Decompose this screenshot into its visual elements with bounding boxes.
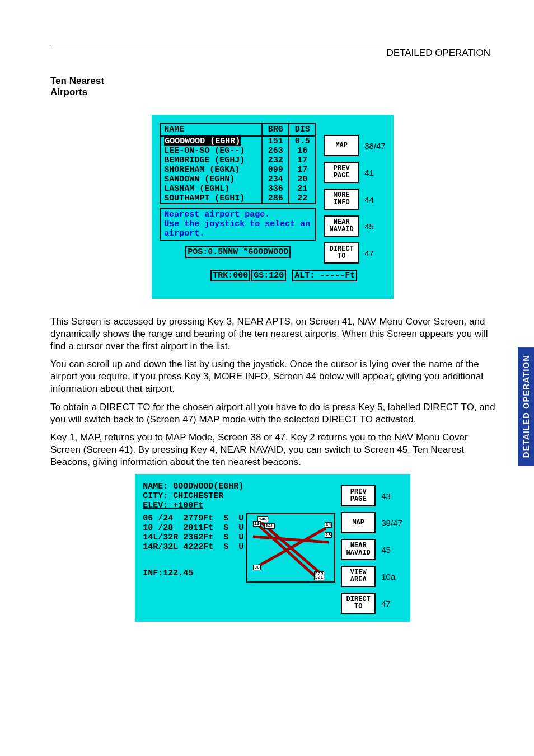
col-dis: DIS	[288, 124, 315, 135]
table-row[interactable]: GOODWOOD (EGHR)1510.5	[161, 137, 315, 146]
softkey-button[interactable]: DIRECT TO	[341, 593, 376, 614]
softkey-ref: 47	[364, 248, 374, 258]
softkey-ref: 10a	[381, 572, 395, 581]
softkey-button[interactable]: MORE INFO	[324, 189, 359, 210]
body-paragraph: You can scroll up and down the list by u…	[50, 358, 498, 395]
svg-line-3	[253, 537, 329, 542]
pos-status: POS:0.5NNW *GOODWOOD	[160, 246, 316, 258]
airport-info: NAME: GOODWOOD(EGHR) CITY: CHICHESTER EL…	[143, 482, 333, 510]
softkey-ref: 47	[381, 599, 391, 608]
softkey-ref: 41	[364, 168, 374, 177]
hint-box: Nearest airport page. Use the joystick t…	[160, 208, 316, 241]
svg-line-2	[259, 525, 315, 576]
table-row[interactable]: SOUTHAMPT (EGHI)28622	[161, 194, 315, 203]
table-row[interactable]: SHOREHAM (EGKA)09917	[161, 165, 315, 175]
svg-line-1	[261, 523, 320, 573]
softkey-button[interactable]: VIEW AREA	[341, 566, 376, 587]
col-brg: BRG	[261, 124, 288, 135]
softkey-button[interactable]: DIRECT TO	[324, 242, 359, 264]
table-row[interactable]: SANDOWN (EGHN)23420	[161, 175, 315, 184]
softkey-button[interactable]: PREV PAGE	[341, 485, 376, 506]
softkey-ref: 38/47	[381, 518, 402, 528]
softkey-button[interactable]: PREV PAGE	[324, 162, 359, 183]
page-header: DETAILED OPERATION	[50, 48, 495, 59]
softkey-ref: 44	[364, 195, 374, 204]
body-paragraph: Key 1, MAP, returns you to MAP Mode, Scr…	[50, 431, 498, 468]
trk-gs-alt: TRK:000GS:120 ALT: -----Ft	[160, 260, 316, 291]
table-row[interactable]: LEE-ON-SO (EG--)26316	[161, 146, 315, 156]
runway-diagram: 14R 10 14L 24 28 06 32R 32L	[246, 513, 335, 583]
softkey-ref: 38/47	[364, 141, 386, 151]
col-name: NAME	[161, 124, 261, 135]
section-title: Ten Nearest Airports	[50, 76, 495, 98]
softkey-button[interactable]: MAP	[324, 135, 359, 156]
nearest-airports-screen: NAME BRG DIS GOODWOOD (EGHR)1510.5LEE-ON…	[152, 115, 394, 299]
airport-info-screen: NAME: GOODWOOD(EGHR) CITY: CHICHESTER EL…	[135, 474, 410, 622]
softkey-button[interactable]: NEAR NAVAID	[341, 539, 376, 560]
softkey-ref: 45	[381, 545, 391, 555]
softkey-ref: 45	[364, 222, 374, 231]
body-paragraph: This Screen is accessed by pressing Key …	[50, 316, 498, 353]
airport-table: NAME BRG DIS GOODWOOD (EGHR)1510.5LEE-ON…	[160, 123, 316, 204]
softkey-button[interactable]: NEAR NAVAID	[324, 215, 359, 237]
table-row[interactable]: LASHAM (EGHL)33621	[161, 184, 315, 194]
table-row[interactable]: BEMBRIDGE (EGHJ)23217	[161, 156, 315, 165]
body-paragraph: To obtain a DIRECT TO for the chosen air…	[50, 401, 498, 426]
side-tab: DETAILED OPERATION	[518, 347, 534, 466]
softkey-ref: 43	[381, 491, 391, 501]
softkey-button[interactable]: MAP	[341, 512, 376, 533]
